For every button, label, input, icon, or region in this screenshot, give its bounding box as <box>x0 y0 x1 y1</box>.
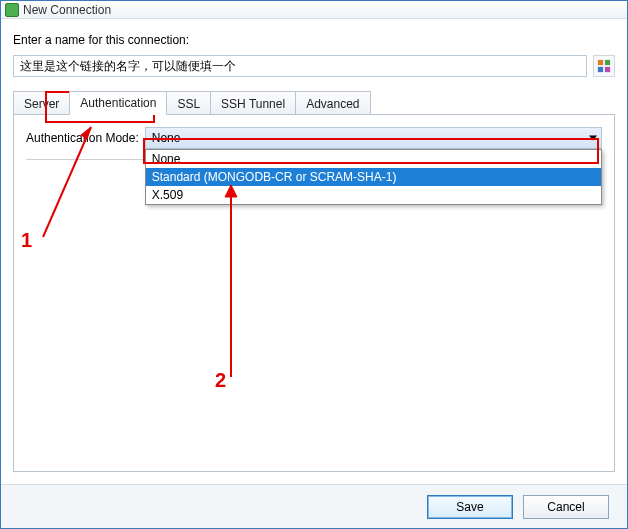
annotation-number-2: 2 <box>215 369 226 392</box>
new-connection-window: New Connection Enter a name for this con… <box>0 0 628 529</box>
auth-mode-row: Authentication Mode: None None Standard … <box>26 127 602 149</box>
auth-mode-selected: None <box>152 131 181 145</box>
connection-props-icon <box>597 59 611 73</box>
tab-ssh-tunnel-label: SSH Tunnel <box>221 97 285 111</box>
tab-authentication-label: Authentication <box>80 96 156 110</box>
tab-advanced[interactable]: Advanced <box>295 91 370 115</box>
annotation-number-1: 1 <box>21 229 32 252</box>
tab-ssl-label: SSL <box>177 97 200 111</box>
svg-line-4 <box>43 127 91 237</box>
svg-rect-3 <box>605 67 610 72</box>
tab-advanced-label: Advanced <box>306 97 359 111</box>
annotation-arrow-1 <box>23 119 103 239</box>
svg-marker-7 <box>225 185 237 197</box>
authentication-panel: Authentication Mode: None None Standard … <box>13 114 615 472</box>
tab-ssh-tunnel[interactable]: SSH Tunnel <box>210 91 296 115</box>
tab-authentication[interactable]: Authentication <box>69 91 167 115</box>
title-bar: New Connection <box>1 1 627 19</box>
annotation-arrow-2 <box>213 179 253 379</box>
connection-name-input[interactable] <box>13 55 587 77</box>
svg-rect-0 <box>598 60 603 65</box>
svg-rect-2 <box>598 67 603 72</box>
svg-marker-5 <box>81 127 91 139</box>
name-row <box>13 55 615 77</box>
app-icon <box>5 3 19 17</box>
tab-bar: Server Authentication SSL SSH Tunnel Adv… <box>13 91 615 115</box>
cancel-button[interactable]: Cancel <box>523 495 609 519</box>
tab-ssl[interactable]: SSL <box>166 91 211 115</box>
auth-mode-combo[interactable]: None None Standard (MONGODB-CR or SCRAM-… <box>145 127 602 149</box>
tab-server-label: Server <box>24 97 59 111</box>
tab-server[interactable]: Server <box>13 91 70 115</box>
auth-mode-combo-box[interactable]: None <box>145 127 602 149</box>
window-title: New Connection <box>23 3 111 17</box>
name-prompt: Enter a name for this connection: <box>13 33 615 47</box>
auth-option-none[interactable]: None <box>146 150 601 168</box>
connection-props-button[interactable] <box>593 55 615 77</box>
save-button[interactable]: Save <box>427 495 513 519</box>
svg-rect-1 <box>605 60 610 65</box>
chevron-down-icon <box>589 136 597 141</box>
content-area: Enter a name for this connection: Server… <box>1 19 627 484</box>
dialog-footer: Save Cancel <box>1 484 627 528</box>
